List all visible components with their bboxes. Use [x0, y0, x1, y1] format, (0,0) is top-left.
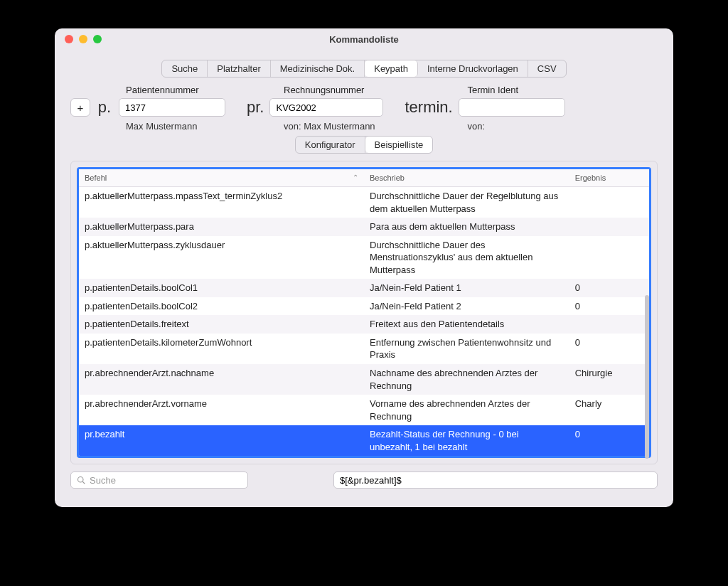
search-placeholder: Suche [90, 475, 116, 486]
col-befehl[interactable]: Befehl ⌃ [79, 169, 364, 187]
command-table[interactable]: Befehl ⌃ Beschrieb Ergebnis p.aktuellerM… [77, 167, 651, 458]
cell-beschrieb: Vorname des abrechnenden Arztes der Rech… [364, 395, 569, 425]
cell-befehl: p.patientenDetails.kilometerZumWohnort [79, 334, 364, 364]
table-row[interactable]: p.patientenDetails.boolCol2Ja/Nein-Feld … [79, 297, 649, 316]
tab-keypath[interactable]: Keypath [365, 60, 418, 77]
table-row[interactable]: pr.abrechnenderArzt.nachnameNachname des… [79, 364, 649, 395]
prefix-p: p. [96, 98, 113, 117]
table-row[interactable]: p.patientenDetails.freitextFreitext aus … [79, 315, 649, 334]
table-row[interactable]: p.patientenDetails.boolCol1Ja/Nein-Feld … [79, 279, 649, 297]
cell-beschrieb: Para aus dem aktuellen Mutterpass [364, 218, 569, 236]
col-beschrieb[interactable]: Beschrieb [364, 169, 569, 187]
cell-befehl: pr.abrechnenderArzt.nachname [79, 364, 364, 395]
table-row[interactable]: p.aktuellerMutterpass.zyklusdauerDurchsc… [79, 236, 649, 279]
subtab-beispielliste[interactable]: Beispielliste [365, 137, 433, 153]
cell-befehl: p.patientenDetails.boolCol2 [79, 297, 364, 316]
cell-befehl: p.aktuellerMutterpass.zyklusdauer [79, 236, 364, 279]
cell-befehl: p.patientenDetails.boolCol1 [79, 279, 364, 297]
cell-beschrieb: Ja/Nein-Feld Patient 2 [364, 297, 569, 316]
cell-beschrieb: Entfernung zwischen Patientenwohnsitz un… [364, 334, 569, 364]
cell-ergebnis [569, 236, 638, 279]
cell-ergebnis: 0 [569, 334, 638, 364]
footer-row: Suche [70, 472, 658, 489]
cell-ergebnis: Chirurgie [569, 364, 638, 395]
sub-tabs: KonfiguratorBeispielliste [55, 136, 673, 154]
cell-ergebnis [569, 218, 638, 236]
main-window: Kommandoliste SuchePlatzhalterMedizinisc… [55, 28, 673, 507]
tab-medizinische-dok-[interactable]: Medizinische Dok. [271, 60, 365, 77]
svg-line-1 [82, 482, 85, 484]
param-p-label: Patientennummer [126, 85, 225, 95]
svg-point-0 [78, 477, 84, 483]
termin-ident-input[interactable] [459, 98, 565, 117]
param-p: Patientennummer + p. Max Mustermann [70, 85, 225, 132]
add-button[interactable]: + [70, 98, 90, 117]
window-title: Kommandoliste [55, 34, 673, 45]
cell-ergebnis: 0 [569, 297, 638, 316]
scrollbar[interactable] [645, 295, 649, 459]
table-row[interactable]: pr.abrechnenderArzt.vornameVorname des a… [79, 395, 649, 425]
prefix-pr: pr. [247, 98, 264, 117]
table-row[interactable]: pr.bezahltBezahlt-Status der Rechnung - … [79, 425, 649, 456]
param-termin-label: Termin Ident [467, 85, 564, 95]
cell-ergebnis [569, 187, 638, 218]
cell-befehl: p.aktuellerMutterpass.mpassText_terminZy… [79, 187, 364, 218]
cell-beschrieb: Bezahlt-Status der Rechnung - 0 bei unbe… [364, 425, 569, 456]
table-row[interactable]: p.aktuellerMutterpass.paraPara aus dem a… [79, 218, 649, 236]
cell-beschrieb: Durchschnittliche Dauer der Regelblutung… [364, 187, 569, 218]
cell-beschrieb: Durchschnittliche Dauer des Menstruation… [364, 236, 569, 279]
param-p-sub: Max Mustermann [126, 121, 225, 132]
cell-ergebnis: 0 [569, 425, 638, 456]
cell-ergebnis: 0 [569, 279, 638, 297]
prefix-termin: termin. [405, 98, 452, 117]
cell-beschrieb: Nachname des abrechnenden Arztes der Rec… [364, 364, 569, 395]
search-input[interactable]: Suche [70, 472, 248, 489]
cell-befehl: p.aktuellerMutterpass.para [79, 218, 364, 236]
cell-befehl: pr.abrechnenderArzt.vorname [79, 395, 364, 425]
col-ergebnis[interactable]: Ergebnis [569, 169, 638, 187]
cell-ergebnis: Charly [569, 395, 638, 425]
param-termin: Termin Ident termin. von: [405, 85, 564, 132]
param-termin-sub: von: [467, 121, 564, 132]
tab-csv[interactable]: CSV [528, 60, 566, 77]
cell-befehl: p.patientenDetails.freitext [79, 315, 364, 334]
titlebar: Kommandoliste [55, 28, 673, 50]
table-row[interactable]: p.patientenDetails.kilometerZumWohnortEn… [79, 334, 649, 364]
main-tabs: SuchePlatzhalterMedizinische Dok.Keypath… [55, 60, 673, 78]
cell-ergebnis [569, 315, 638, 334]
param-row: Patientennummer + p. Max Mustermann Rech… [55, 85, 673, 134]
output-field[interactable] [333, 472, 658, 489]
invoice-number-input[interactable] [269, 98, 383, 117]
table-row[interactable]: p.aktuellerMutterpass.mpassText_terminZy… [79, 187, 649, 218]
patient-number-input[interactable] [119, 98, 225, 117]
tab-interne-druckvorlagen[interactable]: Interne Druckvorlagen [418, 60, 528, 77]
cell-befehl: pr.bezahlt [79, 425, 364, 456]
tab-suche[interactable]: Suche [162, 60, 208, 77]
param-pr-sub: von: Max Mustermann [284, 121, 383, 132]
param-pr-label: Rechnungsnummer [284, 85, 383, 95]
cell-beschrieb: Ja/Nein-Feld Patient 1 [364, 279, 569, 297]
sort-asc-icon: ⌃ [353, 174, 358, 181]
subtab-konfigurator[interactable]: Konfigurator [296, 137, 365, 153]
param-pr: Rechnungsnummer pr. von: Max Mustermann [247, 85, 383, 132]
cell-beschrieb: Freitext aus den Patientendetails [364, 315, 569, 334]
tab-platzhalter[interactable]: Platzhalter [208, 60, 270, 77]
search-icon [77, 476, 85, 484]
table-panel: Befehl ⌃ Beschrieb Ergebnis p.aktuellerM… [70, 161, 658, 464]
